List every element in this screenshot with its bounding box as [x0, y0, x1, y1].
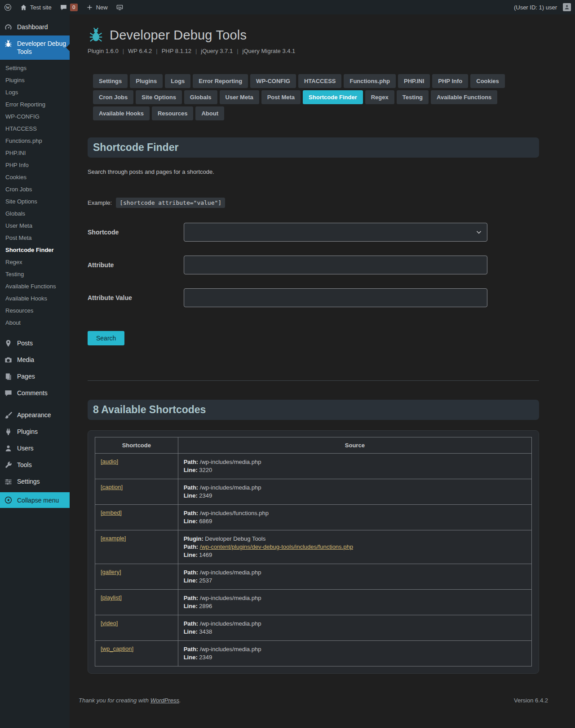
- attribute-input[interactable]: [184, 256, 487, 274]
- tab-php-info[interactable]: PHP Info: [432, 74, 468, 88]
- sidebar-item-settings[interactable]: Settings: [0, 473, 70, 490]
- tab-logs[interactable]: Logs: [165, 74, 190, 88]
- sidebar-subitem-regex[interactable]: Regex: [0, 256, 70, 268]
- attribute-value-input[interactable]: [184, 288, 487, 307]
- source-line: Line: 2537: [184, 577, 526, 585]
- collapse-menu-button[interactable]: Collapse menu: [0, 492, 70, 508]
- sidebar-item-comments[interactable]: Comments: [0, 385, 70, 402]
- sidebar-subitem-logs[interactable]: Logs: [0, 86, 70, 98]
- screen-button[interactable]: [112, 0, 128, 14]
- tab-error-reporting[interactable]: Error Reporting: [193, 74, 248, 88]
- sidebar-item-pages[interactable]: Pages: [0, 368, 70, 385]
- sidebar-item-users[interactable]: Users: [0, 440, 70, 457]
- sidebar-subitem-about[interactable]: About: [0, 317, 70, 329]
- sidebar-item-dashboard[interactable]: Dashboard: [0, 19, 70, 35]
- sidebar-item-posts[interactable]: Posts: [0, 335, 70, 352]
- sidebar-subitem-post-meta[interactable]: Post Meta: [0, 232, 70, 244]
- shortcode-link[interactable]: [wp_caption]: [101, 645, 133, 652]
- shortcode-link[interactable]: [embed]: [101, 509, 122, 516]
- tab-globals[interactable]: Globals: [184, 90, 217, 104]
- sidebar-subitem-functions-php[interactable]: Functions.php: [0, 135, 70, 147]
- shortcode-link[interactable]: [caption]: [101, 484, 123, 490]
- wrench-icon: [4, 461, 13, 469]
- source-line: Path: /wp-includes/media.php: [184, 458, 526, 466]
- site-name: Test site: [30, 4, 52, 11]
- sidebar-subitem-available-functions[interactable]: Available Functions: [0, 280, 70, 292]
- sidebar-subitem-wp-config[interactable]: WP-CONFIG: [0, 110, 70, 123]
- tab-post-meta[interactable]: Post Meta: [261, 90, 301, 104]
- wordpress-logo-icon: W: [4, 4, 12, 11]
- sidebar-subitem-cookies[interactable]: Cookies: [0, 171, 70, 183]
- tab-plugins[interactable]: Plugins: [130, 74, 163, 88]
- shortcode-cell: [example]: [95, 530, 178, 564]
- tab-htaccess[interactable]: HTACCESS: [298, 74, 342, 88]
- tab-user-meta[interactable]: User Meta: [220, 90, 259, 104]
- tab-available-hooks[interactable]: Available Hooks: [93, 106, 150, 120]
- tab-available-functions[interactable]: Available Functions: [431, 90, 497, 104]
- thanks-text: Thank you for creating with WordPress.: [79, 697, 181, 704]
- tab-settings[interactable]: Settings: [93, 74, 128, 88]
- pages-icon: [4, 372, 13, 381]
- sidebar-subitem-php-info[interactable]: PHP Info: [0, 159, 70, 171]
- tab-shortcode-finder[interactable]: Shortcode Finder: [303, 90, 363, 104]
- sidebar-item-label: Plugins: [17, 428, 38, 436]
- shortcode-cell: [audio]: [95, 454, 178, 479]
- sidebar-subitem-htaccess[interactable]: HTACCESS: [0, 123, 70, 135]
- sidebar-subitem-plugins[interactable]: Plugins: [0, 74, 70, 86]
- user-account-link[interactable]: (User ID: 1) user: [510, 0, 575, 14]
- new-content-link[interactable]: New: [82, 0, 112, 14]
- main-content: Developer Debug Tools Plugin 1.6.0|WP 6.…: [70, 14, 575, 728]
- tab-cookies[interactable]: Cookies: [470, 74, 505, 88]
- search-button[interactable]: Search: [88, 331, 124, 345]
- table-row: [playlist]Path: /wp-includes/media.phpLi…: [95, 590, 532, 615]
- sidebar-subitem-shortcode-finder[interactable]: Shortcode Finder: [0, 244, 70, 256]
- sidebar-subitem-globals[interactable]: Globals: [0, 207, 70, 220]
- shortcode-link[interactable]: [example]: [101, 535, 126, 542]
- shortcode-cell: [gallery]: [95, 564, 178, 590]
- sidebar-subitem-site-options[interactable]: Site Options: [0, 195, 70, 207]
- shortcode-link[interactable]: [playlist]: [101, 594, 122, 601]
- wordpress-menu-button[interactable]: W: [0, 0, 16, 14]
- wordpress-link[interactable]: WordPress: [150, 697, 179, 704]
- tab-functions-php[interactable]: Functions.php: [344, 74, 396, 88]
- sidebar-subitem-error-reporting[interactable]: Error Reporting: [0, 98, 70, 110]
- shortcode-select[interactable]: [184, 223, 487, 242]
- table-row: [caption]Path: /wp-includes/media.phpLin…: [95, 479, 532, 505]
- sidebar-subitem-cron-jobs[interactable]: Cron Jobs: [0, 183, 70, 195]
- tab-regex[interactable]: Regex: [365, 90, 394, 104]
- tab-wp-config[interactable]: WP-CONFIG: [250, 74, 296, 88]
- tab-bar: SettingsPluginsLogsError ReportingWP-CON…: [88, 74, 539, 120]
- comment-count-badge: 0: [70, 4, 78, 11]
- tab-resources[interactable]: Resources: [152, 106, 193, 120]
- source-line: Path: /wp-includes/functions.php: [184, 509, 526, 517]
- sidebar-item-media[interactable]: Media: [0, 352, 70, 368]
- sidebar-subitem-available-hooks[interactable]: Available Hooks: [0, 292, 70, 304]
- comments-link[interactable]: 0: [56, 0, 82, 14]
- sidebar-subitem-settings[interactable]: Settings: [0, 62, 70, 74]
- tab-site-options[interactable]: Site Options: [136, 90, 182, 104]
- collapse-icon: [4, 496, 13, 504]
- tab-testing[interactable]: Testing: [397, 90, 429, 104]
- tab-cron-jobs[interactable]: Cron Jobs: [93, 90, 133, 104]
- sidebar-item-appearance[interactable]: Appearance: [0, 407, 70, 424]
- sidebar-subitem-resources[interactable]: Resources: [0, 304, 70, 317]
- sidebar-item-plugins[interactable]: Plugins: [0, 424, 70, 440]
- source-line: Line: 3438: [184, 628, 526, 636]
- sidebar-submenu: SettingsPluginsLogsError ReportingWP-CON…: [0, 60, 70, 335]
- tab-about[interactable]: About: [195, 106, 224, 120]
- table-row: [video]Path: /wp-includes/media.phpLine:…: [95, 615, 532, 641]
- dashboard-icon: [4, 23, 13, 31]
- sidebar-item-developer-debug-tools[interactable]: Developer Debug Tools: [0, 35, 70, 60]
- site-name-link[interactable]: Test site: [16, 0, 56, 14]
- shortcode-link[interactable]: [video]: [101, 620, 118, 627]
- sidebar-top-menu: DashboardDeveloper Debug Tools: [0, 19, 70, 60]
- sidebar-item-tools[interactable]: Tools: [0, 457, 70, 473]
- tab-php-ini[interactable]: PHP.INI: [398, 74, 430, 88]
- shortcode-link[interactable]: [audio]: [101, 458, 118, 465]
- shortcode-link[interactable]: [gallery]: [101, 569, 121, 575]
- source-path-link[interactable]: /wp-content/plugins/dev-debug-tools/incl…: [200, 543, 353, 550]
- sidebar-subitem-php-ini[interactable]: PHP.INI: [0, 147, 70, 159]
- sidebar-subitem-user-meta[interactable]: User Meta: [0, 220, 70, 232]
- sidebar-subitem-testing[interactable]: Testing: [0, 268, 70, 280]
- section-divider: [88, 380, 539, 381]
